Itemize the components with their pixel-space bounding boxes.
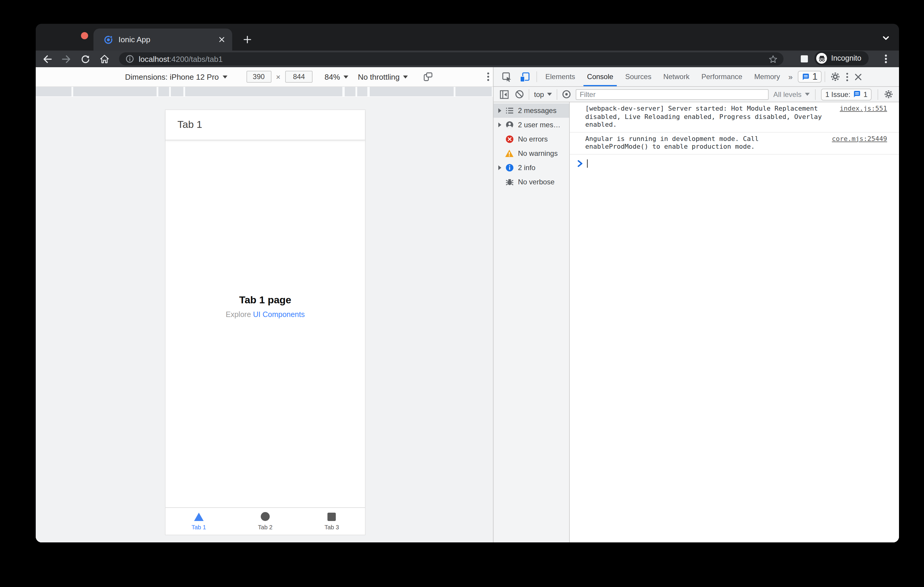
console-filter-input[interactable]	[576, 89, 768, 100]
console-prompt[interactable]	[570, 155, 899, 168]
app-tab-bar: Tab 1 Tab 2 Tab 3	[165, 507, 365, 534]
side-panel-icon[interactable]	[798, 53, 811, 66]
devtools-tab-bar: Elements Console Sources Network Perform…	[493, 67, 899, 87]
browser-window: Ionic App	[36, 24, 899, 543]
url-path: :4200/tabs/tab1	[169, 54, 223, 63]
devtools-tab-performance[interactable]: Performance	[695, 67, 748, 86]
caret-right-icon[interactable]	[498, 123, 501, 127]
devtools-tab-memory[interactable]: Memory	[748, 67, 786, 86]
browser-navbar: localhost:4200/tabs/tab1 Incognito	[36, 51, 899, 67]
execution-context-select[interactable]: top	[534, 90, 552, 99]
sidebar-item-label: No errors	[518, 135, 548, 143]
caret-right-icon[interactable]	[498, 108, 501, 113]
home-icon[interactable]	[97, 53, 111, 66]
sidebar-item-errors[interactable]: No errors	[493, 132, 569, 146]
omnibox[interactable]: localhost:4200/tabs/tab1	[119, 53, 784, 66]
sidebar-item-warnings[interactable]: No warnings	[493, 146, 569, 161]
back-icon[interactable]	[41, 53, 54, 66]
caret-right-icon[interactable]	[498, 165, 501, 170]
explore-text: Explore	[226, 311, 253, 319]
circle-icon	[261, 512, 270, 521]
messages-list-icon	[505, 106, 514, 115]
devtools-tab-sources[interactable]: Sources	[619, 67, 657, 86]
ui-components-link[interactable]: UI Components	[253, 311, 305, 319]
browser-tab-ionic-app[interactable]: Ionic App	[94, 28, 232, 51]
rotate-device-icon[interactable]	[424, 72, 433, 82]
prompt-chevron-icon	[578, 159, 583, 167]
console-sidebar: 2 messages 2 user mes…	[493, 102, 570, 543]
devtools-close-icon[interactable]	[855, 73, 862, 81]
levels-label: All levels	[773, 90, 802, 99]
zoom-select-caret-icon	[343, 75, 348, 78]
devtools-tab-elements[interactable]: Elements	[540, 67, 581, 86]
app-tab-2[interactable]: Tab 2	[232, 508, 298, 534]
forward-icon[interactable]	[59, 53, 73, 66]
app-tab-label: Tab 1	[191, 524, 206, 530]
app-tab-1[interactable]: Tab 1	[165, 508, 232, 534]
reload-icon[interactable]	[79, 53, 92, 66]
live-expression-eye-icon[interactable]	[562, 90, 571, 99]
tab-search-chevron-icon[interactable]	[882, 35, 890, 42]
devtools-settings-icon[interactable]	[831, 72, 840, 82]
device-emulation-area: Dimensions: iPhone 12 Pro 390 × 844 84% …	[36, 67, 493, 543]
inspect-element-icon[interactable]	[502, 72, 512, 82]
close-tab-icon[interactable]	[218, 36, 225, 43]
context-label: top	[534, 90, 544, 99]
device-toolbar-toggle-icon[interactable]	[520, 72, 530, 82]
incognito-label: Incognito	[831, 54, 861, 62]
console-message-line: disabled, Live Reloading enabled, Progre…	[585, 113, 832, 129]
sidebar-item-user-messages[interactable]: 2 user mes…	[493, 118, 569, 132]
tab-title: Ionic App	[119, 35, 218, 44]
issues-counter-button[interactable]: 1	[798, 71, 822, 83]
devtools-tab-console[interactable]: Console	[581, 67, 619, 86]
warning-icon	[505, 149, 514, 158]
device-height-input[interactable]: 844	[285, 71, 313, 83]
bookmark-star-icon[interactable]	[766, 53, 779, 66]
new-tab-button[interactable]	[243, 35, 252, 44]
devtools-panel: Elements Console Sources Network Perform…	[493, 67, 899, 543]
triangle-icon	[194, 512, 204, 521]
device-toolbar-menu-icon[interactable]	[487, 72, 489, 82]
source-link[interactable]: core.mjs:25449	[832, 135, 887, 151]
device-emulation-toolbar: Dimensions: iPhone 12 Pro 390 × 844 84% …	[36, 67, 493, 87]
console-message-line: enableProdMode() to enable production mo…	[585, 143, 824, 151]
sidebar-item-label: 2 messages	[518, 107, 556, 115]
console-message[interactable]: [webpack-dev-server] Server started: Hot…	[570, 102, 899, 132]
sidebar-item-label: No verbose	[518, 178, 554, 186]
console-log: [webpack-dev-server] Server started: Hot…	[570, 102, 899, 543]
tab-strip: Ionic App	[36, 24, 899, 51]
page-content: Tab 1 page Explore UI Components	[165, 294, 365, 319]
sidebar-item-verbose[interactable]: No verbose	[493, 175, 569, 189]
text-cursor	[587, 159, 587, 168]
page-info-icon[interactable]	[125, 55, 134, 63]
console-settings-icon[interactable]	[884, 90, 893, 99]
source-link[interactable]: index.js:551	[840, 105, 887, 129]
log-levels-select[interactable]: All levels	[773, 90, 810, 99]
bug-icon	[505, 178, 514, 186]
browser-menu-icon[interactable]	[879, 53, 893, 66]
media-query-bar[interactable]	[36, 87, 493, 97]
incognito-icon	[816, 53, 827, 64]
more-tabs-icon[interactable]: »	[786, 72, 795, 81]
app-header-title: Tab 1	[177, 119, 202, 131]
clear-console-icon[interactable]	[515, 90, 524, 99]
close-window-button[interactable]	[81, 32, 88, 39]
sidebar-item-label: No warnings	[518, 149, 558, 158]
devtools-menu-icon[interactable]	[846, 72, 849, 81]
throttling-select-caret-icon	[403, 75, 408, 78]
ionic-favicon	[104, 35, 113, 44]
zoom-value: 84%	[325, 72, 340, 81]
console-sidebar-toggle-icon[interactable]	[500, 89, 509, 99]
app-tab-3[interactable]: Tab 3	[299, 508, 365, 534]
issues-bubble-icon	[802, 73, 810, 81]
throttling-select[interactable]: No throttling	[358, 72, 408, 81]
zoom-select[interactable]: 84%	[325, 72, 348, 81]
page-title: Tab 1 page	[165, 294, 365, 306]
device-select[interactable]: Dimensions: iPhone 12 Pro	[125, 72, 227, 81]
sidebar-item-info[interactable]: 2 info	[493, 161, 569, 175]
console-message[interactable]: Angular is running in development mode. …	[570, 132, 899, 155]
device-width-input[interactable]: 390	[246, 71, 271, 83]
devtools-tab-network[interactable]: Network	[657, 67, 695, 86]
issues-button[interactable]: 1 Issue: 1	[821, 88, 871, 100]
sidebar-item-all-messages[interactable]: 2 messages	[493, 104, 569, 118]
